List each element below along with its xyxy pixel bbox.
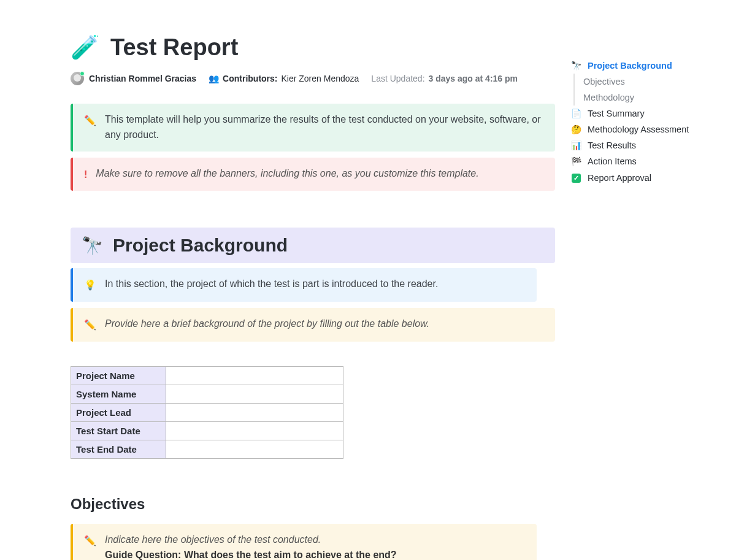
- table-row-label: Project Lead: [71, 403, 166, 421]
- table-row[interactable]: Project Lead: [71, 403, 343, 421]
- table-row-label: System Name: [71, 385, 166, 403]
- project-background-table[interactable]: Project NameSystem NameProject LeadTest …: [71, 366, 343, 459]
- table-row-value[interactable]: [166, 421, 343, 440]
- outline-item[interactable]: 📊Test Results: [570, 137, 711, 153]
- pencil-icon: ✏️: [84, 113, 96, 129]
- warning-banner-red-text: Make sure to remove all the banners, inc…: [96, 166, 478, 182]
- pencil-icon: ✏️: [84, 534, 96, 549]
- table-row-label: Project Name: [71, 366, 166, 385]
- table-row[interactable]: Test Start Date: [71, 421, 343, 440]
- table-row-value[interactable]: [166, 403, 343, 421]
- contributors-label: Contributors:: [223, 74, 277, 83]
- table-row-label: Test End Date: [71, 440, 166, 458]
- meta-row: Christian Rommel Gracias 👥 Contributors:…: [71, 72, 555, 85]
- page-title-row: 🧪 Test Report: [71, 34, 555, 61]
- outline-item[interactable]: 🔭Project Background: [570, 58, 711, 74]
- table-row-label: Test Start Date: [71, 421, 166, 440]
- info-banner-blue[interactable]: 💡 In this section, the project of which …: [71, 268, 537, 302]
- outline-subitem-label: Methodology: [583, 93, 634, 102]
- outline-subitem[interactable]: Methodology: [583, 90, 711, 105]
- section-title-project-background: Project Background: [113, 235, 288, 256]
- outline-item-label: Action Items: [588, 156, 637, 166]
- outline-item-label: Test Results: [588, 140, 636, 150]
- outline-item-icon: 🤔: [570, 125, 581, 134]
- info-banner-blue-text: In this section, the project of which th…: [105, 277, 438, 292]
- outline-item[interactable]: ✓Report Approval: [570, 169, 711, 186]
- objectives-hint-line1: Indicate here the objectives of the test…: [105, 534, 321, 545]
- outline-item-label: Methodology Assessment: [588, 125, 689, 134]
- table-row-value[interactable]: [166, 366, 343, 385]
- author-name[interactable]: Christian Rommel Gracias: [89, 74, 196, 83]
- outline-item-label: Project Background: [588, 61, 672, 71]
- outline-item[interactable]: 🏁Action Items: [570, 153, 711, 169]
- outline-item[interactable]: 📄Test Summary: [570, 105, 711, 121]
- table-row-value[interactable]: [166, 385, 343, 403]
- hint-banner-yellow-bg-text: Provide here a brief background of the p…: [105, 316, 429, 332]
- info-banner-green[interactable]: ✏️ This template will help you summarize…: [71, 104, 555, 152]
- outline-item[interactable]: 🤔Methodology Assessment: [570, 121, 711, 137]
- last-updated-label: Last Updated:: [371, 74, 424, 83]
- table-row[interactable]: System Name: [71, 385, 343, 403]
- contributors-names[interactable]: Kier Zoren Mendoza: [282, 74, 359, 83]
- pencil-icon: ✏️: [84, 318, 96, 333]
- test-tube-icon: 🧪: [71, 34, 99, 61]
- outline-item-icon: 🔭: [570, 61, 581, 71]
- subheading-objectives: Objectives: [71, 496, 555, 513]
- warning-banner-red[interactable]: ! Make sure to remove all the banners, i…: [71, 158, 555, 191]
- outline-item-icon: 🏁: [570, 156, 581, 166]
- last-updated-value: 3 days ago at 4:16 pm: [429, 74, 518, 83]
- table-row[interactable]: Test End Date: [71, 440, 343, 458]
- outline-item-label: Test Summary: [588, 109, 645, 118]
- table-row[interactable]: Project Name: [71, 366, 343, 385]
- hint-banner-yellow-bg[interactable]: ✏️ Provide here a brief background of th…: [71, 308, 555, 342]
- outline-item-icon: 📊: [570, 140, 581, 150]
- contributors-icon: 👥: [209, 74, 219, 83]
- outline-panel: 🔭Project BackgroundObjectivesMethodology…: [570, 58, 711, 186]
- outline-item-label: Report Approval: [588, 173, 651, 183]
- bulb-icon: 💡: [84, 278, 96, 293]
- check-icon: ✓: [570, 172, 581, 183]
- telescope-icon: 🔭: [82, 236, 103, 256]
- outline-subitem[interactable]: Objectives: [583, 74, 711, 90]
- hint-banner-yellow-objectives-text: Indicate here the objectives of the test…: [105, 532, 397, 560]
- hint-banner-yellow-objectives[interactable]: ✏️ Indicate here the objectives of the t…: [71, 524, 537, 560]
- section-header-project-background: 🔭 Project Background: [71, 228, 555, 263]
- outline-item-icon: 📄: [570, 109, 581, 118]
- author-avatar[interactable]: [71, 72, 84, 85]
- exclamation-icon: !: [84, 167, 87, 183]
- outline-subgroup: ObjectivesMethodology: [573, 74, 711, 105]
- outline-subitem-label: Objectives: [583, 77, 625, 86]
- objectives-guide-question: Guide Question: What does the test aim t…: [105, 550, 397, 560]
- table-row-value[interactable]: [166, 440, 343, 458]
- page-title: Test Report: [110, 34, 238, 61]
- info-banner-green-text: This template will help you summarize th…: [105, 112, 543, 143]
